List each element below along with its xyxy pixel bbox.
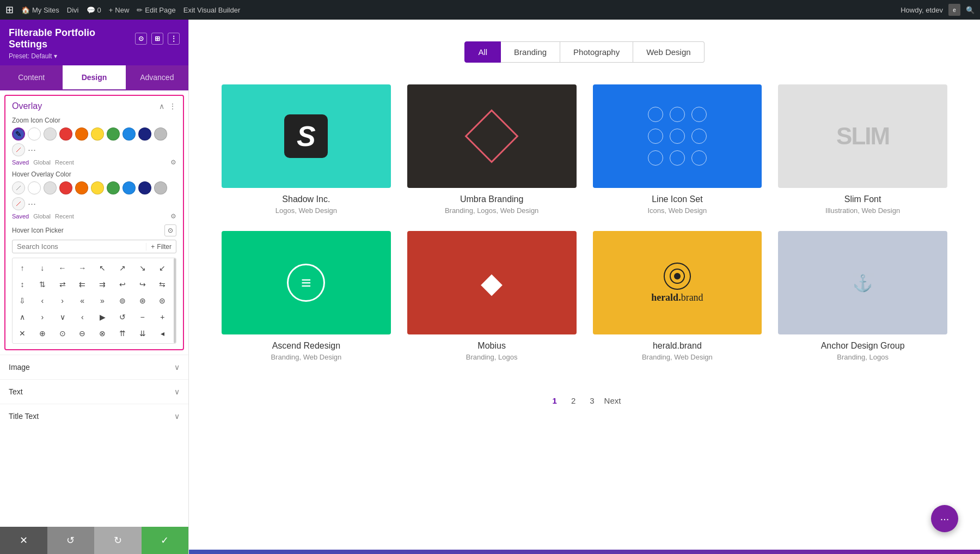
divi-link[interactable]: Divi <box>67 6 79 14</box>
icon-cell-circle-arrow[interactable]: ⊚ <box>115 293 130 308</box>
icon-cell-minus[interactable]: − <box>135 309 150 325</box>
hover-color-more-btn[interactable]: ··· <box>28 198 36 210</box>
icon-cell-bent-left[interactable]: ↩ <box>115 277 130 292</box>
title-text-section[interactable]: Title Text ∨ <box>0 404 188 428</box>
hover-color-global-label[interactable]: Global <box>33 213 51 220</box>
filter-tab-branding[interactable]: Branding <box>501 41 560 63</box>
color-green-swatch[interactable] <box>107 127 120 141</box>
icon-cell-trig-left[interactable]: ◂ <box>155 326 170 341</box>
portfolio-item-mobius[interactable]: ◆ Mobius Branding, Logos <box>407 231 577 361</box>
icon-cell-down[interactable]: ↓ <box>35 260 50 276</box>
icon-cell-plus-sm[interactable]: + <box>155 309 170 325</box>
icon-picker-target-icon[interactable]: ⊙ <box>164 224 176 236</box>
text-section[interactable]: Text ∨ <box>0 379 188 404</box>
search-admin-icon[interactable]: 🔍 <box>966 6 975 14</box>
icon-cell-downright[interactable]: ↘ <box>135 260 150 276</box>
icon-cell-dbl-down[interactable]: ⇩ <box>15 293 30 308</box>
portfolio-item-slim[interactable]: SLIM Slim Font Illustration, Web Design <box>778 84 947 215</box>
icon-cell-x-sm[interactable]: ✕ <box>15 326 30 341</box>
filter-tab-webdesign[interactable]: Web Design <box>633 41 704 63</box>
exit-builder-link[interactable]: Exit Visual Builder <box>183 6 241 14</box>
icon-cell-circle-play[interactable]: ⊕ <box>35 326 50 341</box>
floating-action-btn[interactable]: ··· <box>931 505 958 532</box>
settings-menu-icon[interactable]: ⋮ <box>168 33 180 45</box>
hover-color-red-swatch[interactable] <box>59 181 72 194</box>
color-gray-swatch[interactable] <box>154 127 167 141</box>
hover-color-white-swatch[interactable] <box>28 181 41 194</box>
icon-cell-circle-up[interactable]: ⊙ <box>55 326 70 341</box>
tab-advanced[interactable]: Advanced <box>126 65 188 90</box>
hover-color-orange-swatch[interactable] <box>75 181 88 194</box>
icon-cell-left[interactable]: ← <box>55 260 70 276</box>
cancel-button[interactable]: ✕ <box>0 527 47 554</box>
overlay-menu-icon[interactable]: ⋮ <box>169 102 176 111</box>
my-sites-link[interactable]: 🏠 My Sites <box>21 6 59 14</box>
search-icons-input[interactable] <box>17 242 146 251</box>
hover-color-gray-swatch[interactable] <box>154 181 167 194</box>
icon-filter-btn[interactable]: + Filter <box>146 243 171 251</box>
portfolio-item-umbra[interactable]: Umbra Branding Branding, Logos, Web Desi… <box>407 84 577 215</box>
overlay-collapse-icon[interactable]: ∧ <box>159 102 164 111</box>
settings-search-icon[interactable]: ⊙ <box>135 33 147 45</box>
color-red-swatch[interactable] <box>59 127 72 141</box>
hover-color-none-swatch[interactable]: ⟋ <box>12 197 25 210</box>
tab-design[interactable]: Design <box>63 65 125 90</box>
color-lightgray-swatch[interactable] <box>44 127 57 141</box>
hover-color-lightgray-swatch[interactable] <box>44 181 57 194</box>
icon-cell-updown[interactable]: ↕ <box>15 277 30 292</box>
color-orange-swatch[interactable] <box>75 127 88 141</box>
portfolio-item-ascend[interactable]: ≡ Ascend Redesign Branding, Web Design <box>222 231 391 361</box>
page-2[interactable]: 2 <box>567 394 580 407</box>
icon-cell-dbl-left[interactable]: ⇇ <box>75 277 90 292</box>
filter-tab-photography[interactable]: Photography <box>560 41 633 63</box>
page-1[interactable]: 1 <box>548 394 561 407</box>
color-blue-swatch[interactable] <box>122 127 136 141</box>
hover-color-darkblue-swatch[interactable] <box>138 181 151 194</box>
color-saved-label[interactable]: Saved <box>12 159 29 166</box>
filter-tab-all[interactable]: All <box>464 41 501 63</box>
portfolio-item-line-icon[interactable]: Line Icon Set Icons, Web Design <box>593 84 762 215</box>
portfolio-item-herald[interactable]: herald.brand herald.brand Branding, Web … <box>593 231 762 361</box>
icon-cell-dbl-angle-right[interactable]: » <box>95 293 110 308</box>
settings-grid-icon[interactable]: ⊞ <box>151 33 163 45</box>
icon-cell-angle-right[interactable]: › <box>55 293 70 308</box>
icon-cell-downleft[interactable]: ↙ <box>155 260 170 276</box>
wp-icon[interactable]: ⊞ <box>5 4 14 16</box>
icon-cell-angle-left[interactable]: ‹ <box>35 293 50 308</box>
icon-cell-circle-back[interactable]: ⊖ <box>75 326 90 341</box>
color-darkblue-swatch[interactable] <box>138 127 151 141</box>
color-global-label[interactable]: Global <box>33 159 51 166</box>
hover-color-custom-swatch[interactable]: ⟋ <box>12 181 25 194</box>
portfolio-item-shadow-inc[interactable]: S Shadow Inc. Logos, Web Design <box>222 84 391 215</box>
icon-cell-circle-dot[interactable]: ⊛ <box>135 293 150 308</box>
portfolio-item-anchor[interactable]: ⚓ Anchor Design Group Branding, Logos <box>778 231 947 361</box>
hover-color-yellow-swatch[interactable] <box>91 181 104 194</box>
icon-cell-upleft[interactable]: ↖ <box>95 260 110 276</box>
icon-cell-dbl-right[interactable]: ⇉ <box>95 277 110 292</box>
color-custom-swatch[interactable]: ✎ <box>12 127 25 141</box>
icon-cell-caret-up[interactable]: ∧ <box>15 309 30 325</box>
icon-cell-play[interactable]: ▶ <box>95 309 110 325</box>
save-button[interactable]: ✓ <box>142 527 189 554</box>
tab-content[interactable]: Content <box>0 65 63 90</box>
hover-color-gear-icon[interactable]: ⚙ <box>170 212 176 220</box>
hover-color-recent-label[interactable]: Recent <box>55 213 74 220</box>
icon-cell-undo-sm[interactable]: ↺ <box>115 309 130 325</box>
hover-color-blue-swatch[interactable] <box>122 181 136 194</box>
icon-cell-dbl-up[interactable]: ⇈ <box>115 326 130 341</box>
icon-cell-caret-down[interactable]: ∨ <box>55 309 70 325</box>
comments-link[interactable]: 💬 0 <box>87 6 101 14</box>
icon-cell-caret-left[interactable]: ‹ <box>75 309 90 325</box>
image-section[interactable]: Image ∨ <box>0 355 188 379</box>
icon-cell-dbl-dn[interactable]: ⇊ <box>135 326 150 341</box>
icon-cell-dbl-angle-left[interactable]: « <box>75 293 90 308</box>
undo-button[interactable]: ↺ <box>47 527 95 554</box>
icon-cell-up[interactable]: ↑ <box>15 260 30 276</box>
page-3[interactable]: 3 <box>585 394 598 407</box>
new-link[interactable]: + New <box>109 6 130 14</box>
icon-cell-vert-mirror[interactable]: ⇆ <box>155 277 170 292</box>
hover-color-green-swatch[interactable] <box>107 181 120 194</box>
preset-label[interactable]: Preset: Default ▾ <box>9 52 180 60</box>
color-more-btn[interactable]: ··· <box>28 144 36 156</box>
icon-cell-right[interactable]: → <box>75 260 90 276</box>
